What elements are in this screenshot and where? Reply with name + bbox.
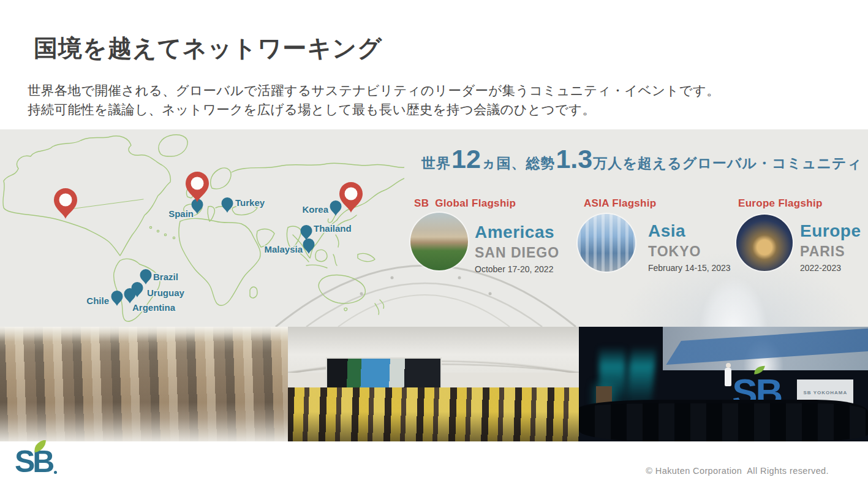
event-date-americas: October 17-20, 2022: [475, 264, 559, 274]
event-region-europe: Europe: [800, 221, 861, 241]
map-label-spain: Spain: [168, 208, 194, 219]
event-tag-americas: SB Global Flagship: [414, 197, 516, 210]
headline-prefix: 世界: [421, 154, 451, 173]
headline-mid: ヵ国、総勢: [481, 154, 556, 173]
photo-stage-auditorium: SB SB YOKOHAMA: [579, 327, 868, 441]
map-label-brazil: Brazil: [153, 272, 178, 282]
event-photo-americas: [410, 213, 468, 270]
event-date-asia: February 14-15, 2023: [648, 263, 731, 273]
photo-outdoor-reception: [0, 327, 288, 441]
stage-big-screen: [663, 327, 868, 370]
subtitle-line-2: 持続可能性を議論し、ネットワークを広げる場として最も長い歴史を持つ会議のひとつで…: [28, 101, 720, 120]
registered-mark-dot: [54, 471, 57, 474]
pin-brazil: [140, 269, 152, 284]
event-city-americas: SAN DIEGO: [475, 245, 559, 261]
event-region-asia: Asia: [648, 221, 731, 241]
event-photo-europe: [736, 215, 793, 271]
event-tag-europe: Europe Flagship: [738, 197, 823, 210]
screen-blue-swoosh: [666, 327, 868, 365]
slide: { "slide": { "title": "国境を越えてネットワーキング", …: [0, 0, 868, 488]
pin-malaysia: [303, 238, 315, 254]
event-city-asia: TOKYO: [648, 243, 731, 260]
event-photo-asia: [578, 214, 635, 272]
pin-argentina: [124, 288, 136, 303]
pin-thailand: [301, 225, 312, 240]
sb-logo: SB: [15, 444, 70, 482]
subtitle-line-1: 世界各地で開催される、グローバルで活躍するサステナビリティのリーダーが集うコミュ…: [28, 82, 720, 101]
flagship-pin-tokyo: [339, 182, 363, 213]
map-label-thailand: Thailand: [314, 223, 352, 234]
headline-country-count: 12: [451, 144, 481, 174]
footer: SB © Hakuten Corporation All Rights rese…: [0, 441, 868, 488]
event-date-europe: 2022-2023: [800, 263, 861, 273]
community-panel: Spain Turkey Korea Thailand Malaysia Bra…: [0, 129, 868, 327]
headline-suffix: 万人を超えるグローバル・コミュニティ: [593, 154, 862, 173]
audience-yellow-shirts: [288, 387, 579, 441]
map-label-malaysia: Malaysia: [264, 244, 303, 254]
speaker-figure: [725, 368, 731, 386]
page-subtitle: 世界各地で開催される、グローバルで活躍するサステナビリティのリーダーが集うコミュ…: [28, 82, 720, 120]
flagship-pin-san-diego: [54, 188, 77, 219]
event-city-europe: PARIS: [800, 243, 861, 260]
headline-people-count: 1.3: [555, 144, 593, 174]
map-label-argentina: Argentina: [132, 302, 176, 313]
world-map: Spain Turkey Korea Thailand Malaysia Bra…: [0, 129, 404, 327]
page-title: 国境を越えてネットワーキング: [34, 32, 382, 65]
community-headline: 世界 12 ヵ国、総勢 1.3 万人を超えるグローバル・コミュニティ: [421, 144, 862, 174]
pin-korea: [330, 200, 342, 216]
map-label-turkey: Turkey: [235, 197, 265, 208]
photo-conference-tent: [288, 327, 579, 441]
event-tag-asia: ASIA Flagship: [584, 197, 657, 210]
leaf-icon: [32, 440, 48, 452]
map-label-korea: Korea: [302, 204, 328, 215]
event-region-americas: Americas: [475, 223, 559, 242]
photo-strip: SB SB YOKOHAMA: [0, 327, 868, 441]
pin-turkey: [222, 197, 233, 213]
copyright-text: © Hakuten Corporation All Rights reserve…: [646, 466, 829, 476]
leaf-icon: [753, 365, 766, 375]
map-label-uruguay: Uruguay: [147, 288, 185, 298]
map-label-chile: Chile: [86, 295, 109, 306]
audience-silhouettes: [579, 400, 868, 441]
pin-chile: [111, 291, 123, 306]
